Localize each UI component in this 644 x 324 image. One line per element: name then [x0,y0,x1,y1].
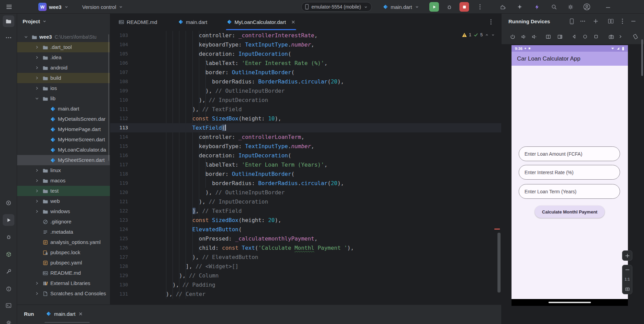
run-tab-scrollbar[interactable] [45,322,90,323]
loan-term-field[interactable]: Enter Loan Term (Years) [519,184,620,199]
tree-item-scratches-and-consoles[interactable]: Scratches and Consoles [17,288,110,299]
code-line-124[interactable]: 124ElevatedButton( [110,225,501,234]
code-line-115[interactable]: 115keyboardType: TextInputType.number, [110,142,501,151]
version-control-widget[interactable]: Version control [82,0,123,14]
code-line-117[interactable]: 117labelText: 'Enter Loan Term (Years)', [110,160,501,169]
tab-myloancalculator-dart[interactable]: MyLoanCalculator.dart [223,14,299,30]
zoom-in-button[interactable] [622,250,632,261]
minus-icon[interactable] [625,268,630,272]
line-number[interactable]: 121 [110,197,128,206]
tree-item--metadata[interactable]: .metadata [17,227,110,237]
code-line-114[interactable]: 114controller: _controllerLoanTerm, [110,132,501,142]
line-number[interactable]: 115 [110,142,128,151]
chevron-right-icon[interactable] [34,168,40,173]
line-number[interactable]: 109 [110,86,128,95]
code-line-130[interactable]: 130), // Padding [110,280,501,289]
project-tool-button[interactable] [3,15,14,27]
code-line-108[interactable]: 108borderRadius: BorderRadius.circular(2… [110,77,501,86]
back-button[interactable] [570,33,578,41]
line-number[interactable]: 114 [110,132,128,142]
dependencies-tool-button[interactable] [3,197,14,209]
code-line-126[interactable]: 126child: const Text('Calculate Monthl P… [110,243,501,252]
tree-item-ios[interactable]: ios [17,83,110,93]
run-configuration-widget[interactable]: main.dart [383,0,419,14]
stop-button[interactable] [459,2,469,12]
tree-item-build[interactable]: build [17,73,110,83]
code-line-127[interactable]: 127), // ElevatedButton [110,252,501,262]
code-line-122[interactable]: 122), // TextField [110,206,501,216]
toolbar-more-button[interactable] [475,2,485,12]
project-panel-header[interactable]: Project [17,14,47,29]
hamburger-menu-icon[interactable] [4,2,14,12]
chevron-right-icon[interactable] [34,188,40,194]
code-line-106[interactable]: 106labelText: 'Enter Interest Rate (%)', [110,59,501,68]
tree-item-pubspec-lock[interactable]: pubspec.lock [17,247,110,258]
run-tab-main-dart[interactable]: main.dart [46,305,83,323]
chevron-right-icon[interactable] [34,75,40,81]
chevron-down-icon[interactable] [491,33,495,37]
line-number[interactable]: 111 [110,105,128,114]
chevron-right-icon[interactable] [34,291,40,296]
terminal-tool-button[interactable] [3,300,14,311]
tree-item-analysis-options-yaml[interactable]: analysis_options.yaml [17,237,110,247]
device-orientation-button[interactable] [631,33,640,41]
split-view-button[interactable] [606,17,615,26]
code-line-113[interactable]: 113TextField( [110,123,501,132]
code-line-111[interactable]: 111), // TextField [110,105,501,114]
overview-button[interactable] [592,33,600,41]
tree-item-myhomepage-dart[interactable]: MyHomePage.dart [17,124,110,134]
tab-bar-more-button[interactable] [487,14,495,30]
chevron-right-icon[interactable] [34,55,40,60]
power-button[interactable] [508,33,517,41]
code-line-131[interactable]: 131), // Center [110,289,501,299]
tree-item-android[interactable]: android [17,63,110,73]
rotate-device-button[interactable] [556,33,564,41]
code-line-107[interactable]: 107border: OutlineInputBorder( [110,68,501,77]
line-number[interactable]: 130 [110,280,128,289]
code-line-105[interactable]: 105decoration: InputDecoration( [110,49,501,59]
device-selector[interactable]: emulator-5554 (mobile) [301,2,372,12]
more-tool-windows-button[interactable] [3,32,14,43]
chevron-down-icon[interactable] [34,96,40,101]
run-button[interactable] [429,2,439,12]
devices-options-button[interactable] [618,17,627,26]
code-line-104[interactable]: 104keyboardType: TextInputType.number, [110,40,501,49]
line-number[interactable]: 116 [110,151,128,160]
problems-tool-button[interactable] [3,283,14,295]
code-editor[interactable]: 103controller: _controllerInterestRate,1… [110,30,501,304]
screenshot-small-icon[interactable] [625,286,630,291]
tree-item-mysheetscreen-dart[interactable]: MySheetScreen.dart [17,155,110,165]
assistant-button[interactable] [532,2,542,12]
tab-main-dart[interactable]: main.dart [175,14,211,30]
debug-button[interactable] [444,2,454,12]
code-line-128[interactable]: 128], // <Widget>[] [110,262,501,271]
home-button[interactable] [581,33,589,41]
error-stripe-mark[interactable] [494,229,500,230]
line-number[interactable]: 118 [110,169,128,179]
code-line-103[interactable]: 103controller: _controllerInterestRate, [110,31,501,40]
line-number[interactable]: 103 [110,31,128,40]
settings-button[interactable] [566,2,575,12]
screenshot-button[interactable] [607,33,615,41]
line-number[interactable]: 110 [110,95,128,105]
chevron-up-icon[interactable] [485,33,489,37]
code-line-123[interactable]: 123const SizedBox(height: 20), [110,216,501,225]
code-line-112[interactable]: 112const SizedBox(height: 10), [110,114,501,123]
chevron-right-icon[interactable] [34,209,40,214]
device-explorer-tool-button[interactable] [3,248,14,260]
line-number[interactable]: 105 [110,49,128,59]
code-line-129[interactable]: 129), // Column [110,271,501,280]
line-number[interactable]: 113 [110,123,128,132]
line-number[interactable]: 107 [110,68,128,77]
line-number[interactable]: 122 [110,206,128,216]
chevron-right-icon[interactable] [34,281,40,286]
code-line-110[interactable]: 110), // InputDecoration [110,95,501,105]
fold-device-button[interactable] [544,33,552,41]
tree-item-myloancalculator-da[interactable]: MyLoanCalculator.da [17,145,110,155]
build-tool-button[interactable] [3,265,14,277]
debug-tool-button[interactable] [3,231,14,243]
line-number[interactable]: 112 [110,114,128,123]
tree-item--dart-tool[interactable]: .dart_tool [17,42,110,52]
editor-scrollbar[interactable] [497,233,501,293]
chevron-down-icon[interactable] [23,34,29,40]
